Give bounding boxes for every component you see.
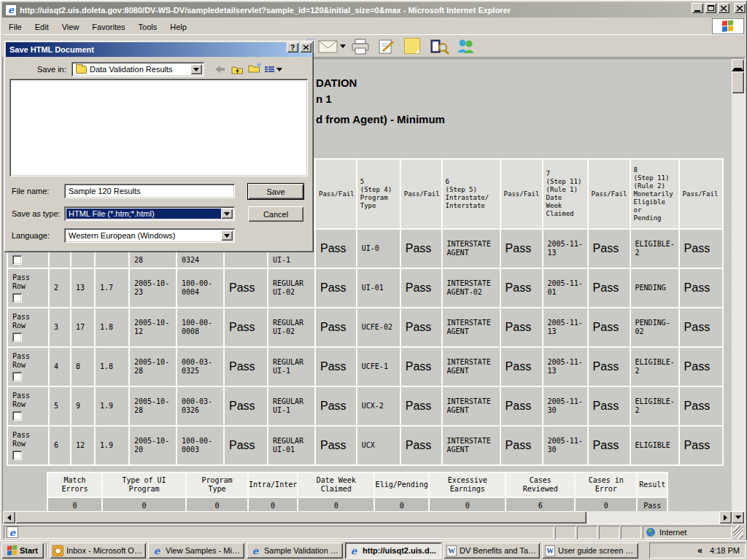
language-combobox[interactable]: Western European (Windows) (64, 228, 235, 243)
scroll-up-button[interactable] (732, 59, 744, 71)
pass-row-cell: Pass Row (7, 347, 49, 386)
horizontal-scrollbar[interactable] (3, 511, 732, 524)
summary-value: 0 (47, 497, 102, 511)
close-button[interactable] (718, 3, 729, 13)
resize-grip[interactable] (733, 526, 743, 539)
mail-icon[interactable] (318, 38, 346, 54)
horizontal-scroll-thumb[interactable] (15, 511, 587, 524)
menu-item-file[interactable]: File (2, 20, 28, 34)
save-as-type-dropdown-button[interactable] (221, 209, 233, 219)
scroll-left-button[interactable] (3, 511, 15, 524)
back-icon[interactable] (212, 63, 227, 76)
taskbar-button[interactable]: WUser guide screen sh... (542, 542, 638, 559)
summary-table: Match ErrorsType of UI ProgramProgram Ty… (47, 472, 668, 511)
dialog-titlebar[interactable]: Save HTML Document (6, 42, 311, 57)
window-title: http://uisqt2.uis.doleta.gov:8080/DV-WS-… (20, 6, 511, 15)
messenger-icon[interactable] (456, 38, 476, 54)
taskbar-button-label: View Samples - Micro... (166, 546, 241, 555)
pass-row-checkbox[interactable] (12, 451, 22, 460)
view-menu-icon[interactable] (263, 63, 284, 76)
taskbar-button[interactable]: WDV Benefits and Tax ... (444, 542, 540, 559)
close-secondary-button[interactable] (734, 3, 746, 13)
table-cell: UCFE-02 (357, 308, 400, 347)
tray-chevron-button[interactable]: « (697, 545, 703, 556)
edit-icon[interactable] (377, 38, 396, 55)
pass-row-checkbox[interactable] (12, 332, 22, 342)
ie-icon: e (151, 545, 163, 556)
pass-row-cell: Pass Row (7, 386, 49, 426)
cancel-button[interactable]: Cancel (248, 206, 303, 222)
table-cell: Pass (315, 268, 357, 308)
word-icon: W (446, 545, 457, 556)
taskbar-button-label: Inbox - Microsoft Ou... (66, 546, 143, 555)
pass-row-checkbox[interactable] (12, 255, 22, 265)
vertical-scroll-thumb[interactable] (732, 71, 744, 93)
taskbar-button[interactable]: ehttp://uisqt2.uis.d... (345, 542, 441, 559)
table-cell: 100-00- 0008 (177, 308, 224, 347)
pass-row-label: Pass Row (12, 392, 47, 409)
new-folder-icon[interactable]: ✳ (247, 63, 261, 76)
table-cell: Pass (224, 308, 268, 347)
pass-row-label: Pass Row (12, 352, 47, 370)
summary-header-row: Match ErrorsType of UI ProgramProgram Ty… (47, 472, 667, 497)
table-cell: 000-03- 0325 (177, 347, 224, 386)
save-in-combobox[interactable]: Data Validation Results (71, 62, 204, 77)
table-row: Pass Row2131.72005-10- 23100-00- 0004Pas… (7, 268, 723, 308)
start-label: Start (20, 546, 38, 555)
summary-value: Pass (637, 497, 667, 511)
save-button[interactable]: Save (248, 184, 303, 199)
research-icon[interactable] (430, 38, 450, 55)
pass-row-checkbox[interactable] (12, 411, 22, 421)
summary-value: 0 (248, 497, 298, 511)
minimize-button[interactable] (692, 3, 703, 13)
dialog-close-button[interactable] (300, 42, 311, 52)
table-cell: REGULAR UI-1 (268, 347, 315, 386)
table-cell: Pass (315, 308, 357, 347)
file-name-input[interactable]: Sample 120 Results (64, 184, 235, 198)
taskbar-button-label: User guide screen sh... (558, 546, 635, 555)
menu-item-help[interactable]: Help (163, 20, 193, 34)
table-cell: 2005-10- 28 (129, 386, 177, 426)
save-as-type-label: Save as type: (12, 209, 61, 218)
up-one-level-icon[interactable] (230, 63, 244, 76)
table-cell: Pass (400, 229, 442, 268)
table-cell: Pass (500, 308, 543, 347)
window-titlebar[interactable]: e http://uisqt2.uis.doleta.gov:8080/DV-W… (2, 2, 745, 18)
scroll-down-button[interactable] (732, 511, 744, 524)
page-heading-fragment: d from Agent) - Minimum (316, 113, 445, 125)
taskbar-button[interactable]: Inbox - Microsoft Ou... (50, 542, 146, 559)
summary-value: 0 (298, 497, 374, 511)
menu-item-tools[interactable]: Tools (132, 20, 164, 34)
discuss-note-icon[interactable] (404, 38, 420, 54)
file-list[interactable] (9, 79, 308, 176)
taskbar-button[interactable]: eSample Validation - M... (247, 542, 343, 559)
maximize-button[interactable] (705, 3, 716, 13)
menu-item-view[interactable]: View (55, 20, 86, 34)
table-cell: 2005-11- 13 (543, 308, 588, 347)
table-cell: 2005-11- 01 (543, 268, 588, 308)
pass-row-checkbox[interactable] (12, 293, 22, 303)
start-button[interactable]: Start (1, 542, 44, 559)
table-cell: Pass (500, 386, 543, 426)
windows-flag-icon (722, 20, 734, 33)
language-dropdown-button[interactable] (221, 230, 233, 241)
summary-header: Excessive Earnings (429, 472, 506, 497)
scroll-right-button[interactable] (719, 511, 732, 524)
table-cell: Pass (400, 347, 442, 386)
print-icon[interactable] (351, 38, 370, 55)
vertical-scrollbar[interactable] (732, 59, 744, 524)
taskbar-button[interactable]: eView Samples - Micro... (148, 542, 244, 559)
save-as-type-combobox[interactable]: HTML File (*.htm;*.html) (64, 206, 235, 221)
page-heading-fragment: DATION (316, 77, 357, 89)
table-row: Pass Row3171.82005-10- 12100-00- 0008Pas… (7, 308, 723, 347)
menu-item-favorites[interactable]: Favorites (85, 20, 131, 34)
taskbar: Start Inbox - Microsoft Ou...eView Sampl… (0, 540, 747, 560)
file-name-label: File name: (12, 187, 49, 195)
pass-row-checkbox[interactable] (12, 372, 22, 381)
dialog-help-button[interactable]: ? (287, 42, 298, 52)
save-in-dropdown-button[interactable] (190, 64, 202, 74)
table-cell: Pass (588, 386, 630, 426)
table-cell: INTERSTATE AGENT (442, 386, 500, 426)
table-cell: 2005-10- 12 (129, 308, 177, 347)
menu-item-edit[interactable]: Edit (28, 20, 55, 34)
